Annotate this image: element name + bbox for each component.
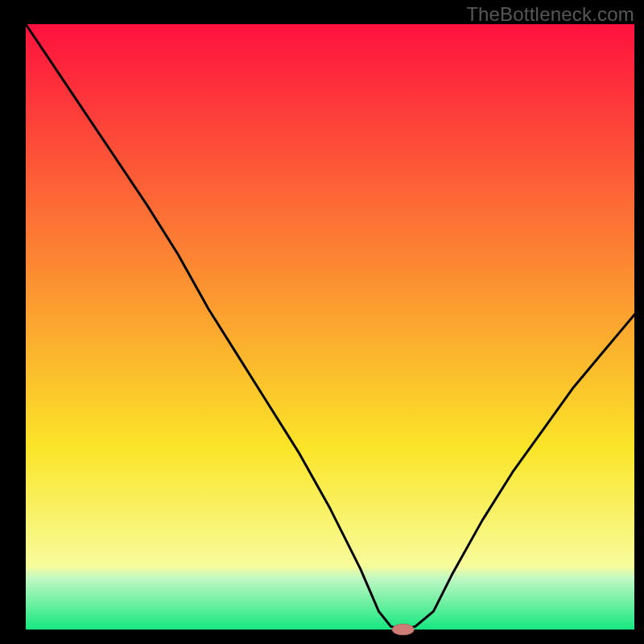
optimum-marker — [392, 624, 414, 635]
watermark: TheBottleneck.com — [466, 3, 634, 26]
chart-container: TheBottleneck.com — [0, 0, 644, 644]
bottleneck-chart — [0, 0, 644, 644]
plot-bg — [26, 24, 634, 630]
